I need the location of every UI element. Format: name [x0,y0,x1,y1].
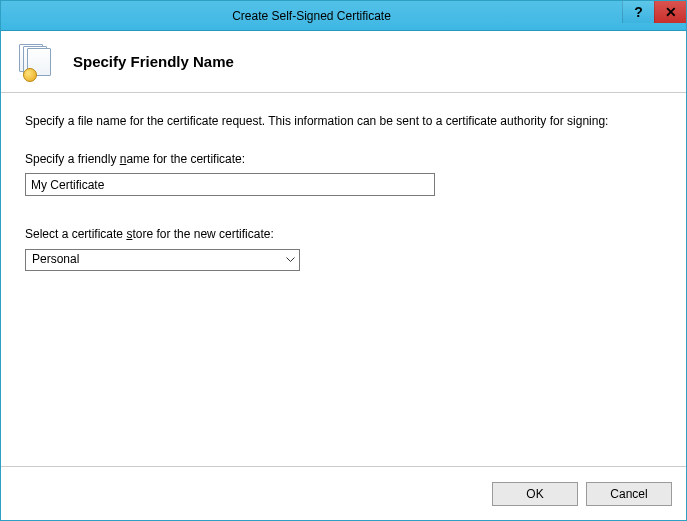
titlebar-controls: ? ✕ [622,1,686,30]
content-area: Specify a file name for the certificate … [1,93,686,466]
titlebar: Create Self-Signed Certificate ? ✕ [1,1,686,31]
cancel-button[interactable]: Cancel [586,482,672,506]
cert-store-value: Personal [32,251,79,267]
page-title: Specify Friendly Name [73,53,234,70]
help-button[interactable]: ? [622,1,654,23]
cert-store-label: Select a certificate store for the new c… [25,226,662,242]
close-button[interactable]: ✕ [654,1,686,23]
dialog-window: Create Self-Signed Certificate ? ✕ Speci… [0,0,687,521]
certificate-icon [19,44,55,80]
dialog-footer: OK Cancel [1,466,686,520]
dialog-header: Specify Friendly Name [1,31,686,93]
ok-button[interactable]: OK [492,482,578,506]
window-title: Create Self-Signed Certificate [1,9,622,23]
friendly-name-label: Specify a friendly name for the certific… [25,151,662,167]
friendly-name-input[interactable] [25,173,435,196]
description-text: Specify a file name for the certificate … [25,113,645,129]
cert-store-select[interactable]: Personal [25,249,300,271]
